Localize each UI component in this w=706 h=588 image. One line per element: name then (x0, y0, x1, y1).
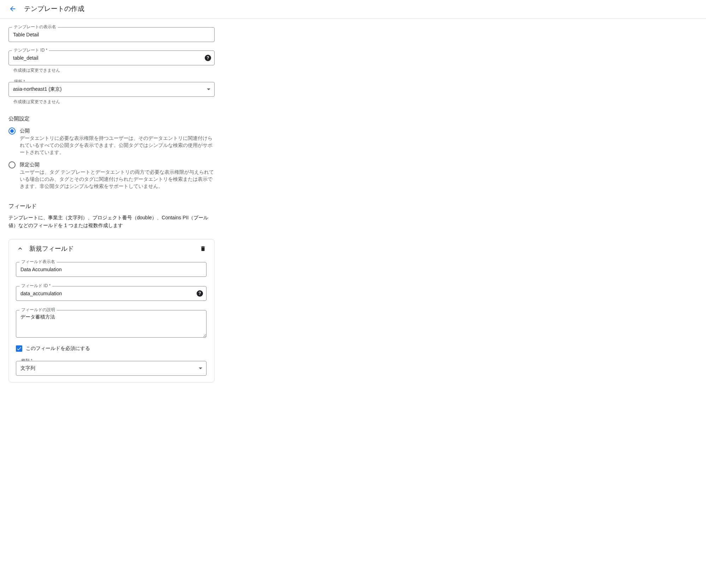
field-display-name-label: フィールド表示名 (19, 259, 57, 264)
delete-button[interactable] (199, 244, 207, 253)
field-id-input[interactable] (16, 286, 207, 301)
field-type-value: 文字列 (16, 361, 207, 376)
field-description-wrap: フィールドの説明 (16, 310, 207, 338)
location-hint: 作成後は変更できません (13, 99, 215, 105)
trash-icon (200, 245, 206, 252)
collapse-button[interactable] (16, 244, 24, 253)
visibility-public-title: 公開 (20, 127, 215, 134)
location-field-wrap: 場所 * asia-northeast1 (東京) (8, 82, 215, 97)
card-title: 新規フィールド (29, 244, 74, 253)
template-id-input[interactable] (8, 51, 215, 65)
template-id-hint: 作成後は変更できません (13, 67, 215, 73)
field-description-label: フィールドの説明 (19, 307, 57, 312)
visibility-public-row: 公開 データエントリに必要な表示権限を持つユーザーは、そのデータエントリに関連付… (8, 127, 215, 156)
field-display-name-wrap: フィールド表示名 (16, 262, 207, 277)
back-button[interactable] (8, 5, 17, 13)
visibility-private-desc: ユーザーは、タグ テンプレートとデータエントリの両方で必要な表示権限が与えられて… (20, 169, 215, 190)
card-header: 新規フィールド (16, 244, 207, 253)
location-value: asia-northeast1 (東京) (8, 82, 215, 97)
help-icon[interactable]: ? (197, 290, 203, 297)
field-display-name-input[interactable] (16, 262, 207, 277)
template-id-label: テンプレート ID * (12, 48, 49, 53)
template-id-field-wrap: テンプレート ID * ? (8, 51, 215, 65)
help-icon[interactable]: ? (205, 55, 211, 61)
new-field-card: 新規フィールド フィールド表示名 フィールド ID * ? フィールドの説明 こ… (8, 239, 215, 382)
fields-heading: フィールド (8, 203, 215, 210)
display-name-label: テンプレートの表示名 (12, 24, 58, 29)
visibility-radio-group: 公開 データエントリに必要な表示権限を持つユーザーは、そのデータエントリに関連付… (8, 127, 215, 190)
arrow-left-icon (9, 5, 17, 13)
visibility-public-text: 公開 データエントリに必要な表示権限を持つユーザーは、そのデータエントリに関連付… (20, 127, 215, 156)
required-checkbox-row: このフィールドを必須にする (16, 345, 207, 352)
field-type-wrap: 種類 * 文字列 (16, 361, 207, 376)
page-header: テンプレートの作成 (0, 0, 706, 19)
field-type-select[interactable]: 文字列 (16, 361, 207, 376)
visibility-public-desc: データエントリに必要な表示権限を持つユーザーは、そのデータエントリに関連付けられ… (20, 135, 215, 156)
page-title: テンプレートの作成 (24, 4, 84, 13)
fields-intro: テンプレートに、事業主（文字列）、プロジェクト番号（double）、Contai… (8, 214, 213, 229)
card-title-wrap: 新規フィールド (16, 244, 74, 253)
visibility-private-text: 限定公開 ユーザーは、タグ テンプレートとデータエントリの両方で必要な表示権限が… (20, 161, 215, 190)
visibility-private-title: 限定公開 (20, 161, 215, 168)
required-checkbox[interactable] (16, 345, 22, 352)
visibility-heading: 公開設定 (8, 115, 215, 122)
location-select[interactable]: asia-northeast1 (東京) (8, 82, 215, 97)
field-id-wrap: フィールド ID * ? (16, 286, 207, 301)
form-content: テンプレートの表示名 テンプレート ID * ? 作成後は変更できません 場所 … (0, 27, 215, 382)
field-description-input[interactable] (16, 310, 207, 338)
radio-private[interactable] (8, 161, 16, 168)
required-checkbox-label: このフィールドを必須にする (26, 345, 90, 352)
display-name-field-wrap: テンプレートの表示名 (8, 27, 215, 42)
display-name-input[interactable] (8, 27, 215, 42)
radio-public[interactable] (8, 127, 16, 135)
visibility-private-row: 限定公開 ユーザーは、タグ テンプレートとデータエントリの両方で必要な表示権限が… (8, 161, 215, 190)
check-icon (16, 346, 22, 351)
chevron-up-icon (17, 245, 24, 252)
field-id-label: フィールド ID * (19, 283, 52, 288)
